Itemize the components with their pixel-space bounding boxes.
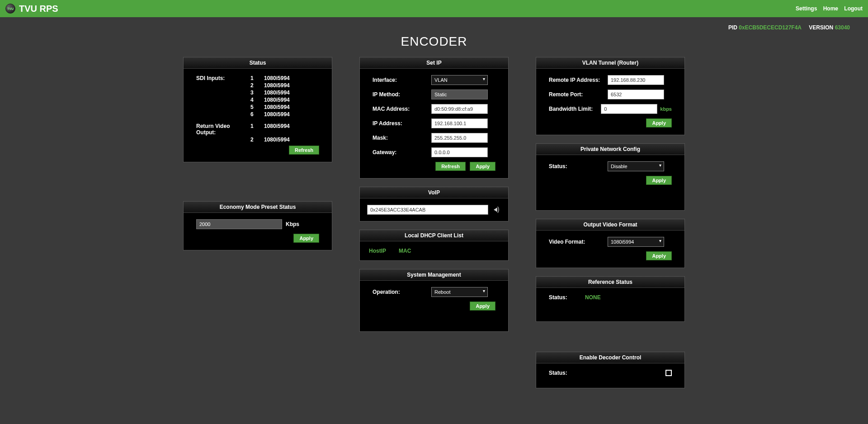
setip-apply-button[interactable]: Apply [470, 162, 495, 171]
rvo-idx-1: 1 [250, 123, 264, 136]
sysmgmt-apply-button[interactable]: Apply [470, 302, 495, 311]
pid-label: PID [728, 24, 737, 31]
nav-home[interactable]: Home [823, 5, 838, 12]
mac-label: MAC Address: [373, 106, 431, 112]
pnc-status-select[interactable]: Disable [608, 161, 664, 171]
sysmgmt-panel: System Management Operation: Reboot Appl… [359, 269, 509, 332]
economy-panel: Economy Mode Preset Status Kbps Apply [183, 201, 332, 250]
refstat-title: Reference Status [536, 277, 684, 288]
refstat-value: NONE [585, 294, 601, 301]
economy-title: Economy Mode Preset Status [184, 202, 332, 213]
bandwidth-unit: kbps [660, 106, 672, 112]
mask-label: Mask: [373, 135, 431, 141]
ovf-panel: Output Video Format Video Format: 1080i5… [536, 219, 685, 268]
sdi-fmt-2: 1080i5994 [264, 82, 309, 89]
economy-unit: Kbps [286, 221, 299, 227]
app-title: TVU RPS [19, 4, 58, 14]
remote-ip-input[interactable] [608, 75, 664, 85]
bandwidth-input[interactable] [601, 104, 657, 114]
setip-refresh-button[interactable]: Refresh [435, 162, 466, 171]
remote-ip-label: Remote IP Address: [549, 77, 608, 83]
remote-port-label: Remote Port: [549, 91, 608, 98]
logo-icon: TVU [5, 4, 15, 14]
sdi-fmt-3: 1080i5994 [264, 90, 309, 96]
pnc-title: Private Network Config [536, 144, 684, 155]
sdi-fmt-5: 1080i5994 [264, 104, 309, 110]
gateway-input[interactable] [431, 147, 488, 157]
edc-status-label: Status: [549, 370, 608, 376]
setip-panel: Set IP Interface: VLAN IP Method: MAC Ad… [359, 57, 509, 179]
sdi-idx-3: 3 [250, 90, 264, 96]
sdi-idx-6: 6 [250, 111, 264, 118]
interface-label: Interface: [373, 77, 431, 83]
status-panel: Status SDI Inputs: 1 1080i5994 21080i599… [183, 57, 332, 162]
sdi-idx-5: 5 [250, 104, 264, 110]
economy-apply-button[interactable]: Apply [293, 234, 319, 243]
bandwidth-label: Bandwidth Limit: [549, 106, 601, 112]
mac-input[interactable] [431, 104, 488, 114]
pnc-status-label: Status: [549, 163, 608, 170]
dhcp-col-hostip: HostIP [369, 248, 386, 254]
rvo-label: Return Video Output: [196, 123, 250, 136]
ip-label: IP Address: [373, 120, 431, 127]
voip-input[interactable] [367, 205, 488, 215]
sdi-idx-2: 2 [250, 82, 264, 89]
ovf-select[interactable]: 1080i5994 [608, 237, 664, 247]
operation-label: Operation: [373, 289, 431, 295]
speaker-icon[interactable] [494, 206, 501, 213]
page-title: ENCODER [0, 34, 868, 49]
ip-input[interactable] [431, 118, 488, 128]
edc-title: Enable Decoder Control [536, 352, 684, 363]
vlan-apply-button[interactable]: Apply [646, 118, 672, 127]
vlan-title: VLAN Tunnel (Router) [536, 57, 684, 69]
status-title: Status [184, 57, 332, 69]
meta-bar: PID 0xECB5DECECD127F4A VERSION 63040 [0, 17, 868, 33]
sdi-fmt-6: 1080i5994 [264, 111, 309, 118]
edc-checkbox[interactable] [665, 370, 672, 376]
dhcp-col-mac: MAC [399, 248, 411, 254]
vlan-panel: VLAN Tunnel (Router) Remote IP Address: … [536, 57, 685, 135]
ipmethod-label: IP Method: [373, 91, 431, 98]
refstat-label: Status: [549, 294, 585, 301]
dhcp-title: Local DHCP Client List [360, 230, 508, 241]
economy-input[interactable] [196, 219, 282, 229]
sdi-fmt-1: 1080i5994 [264, 75, 309, 81]
sdi-idx-4: 4 [250, 97, 264, 103]
mask-input[interactable] [431, 133, 488, 143]
pid-value: 0xECB5DECECD127F4A [739, 24, 801, 31]
edc-panel: Enable Decoder Control Status: [536, 352, 685, 388]
nav-settings[interactable]: Settings [796, 5, 817, 12]
pnc-panel: Private Network Config Status: Disable A… [536, 143, 685, 211]
pnc-apply-button[interactable]: Apply [646, 176, 672, 185]
rvo-idx-2: 2 [250, 137, 264, 143]
version-label: VERSION [809, 24, 833, 31]
setip-title: Set IP [360, 57, 508, 69]
gateway-label: Gateway: [373, 149, 431, 155]
status-refresh-button[interactable]: Refresh [289, 146, 319, 155]
sysmgmt-title: System Management [360, 269, 508, 281]
sdi-idx-1: 1 [250, 75, 264, 81]
ipmethod-input[interactable] [431, 90, 488, 99]
sdi-fmt-4: 1080i5994 [264, 97, 309, 103]
nav-logout[interactable]: Logout [844, 5, 863, 12]
voip-panel: VoIP [359, 187, 509, 221]
remote-port-input[interactable] [608, 90, 664, 99]
rvo-fmt-1: 1080i5994 [264, 123, 309, 136]
operation-select[interactable]: Reboot [431, 287, 488, 297]
ovf-title: Output Video Format [536, 219, 684, 231]
ovf-apply-button[interactable]: Apply [646, 251, 672, 260]
voip-title: VoIP [360, 187, 508, 198]
rvo-fmt-2: 1080i5994 [264, 137, 309, 143]
interface-select[interactable]: VLAN [431, 75, 488, 85]
sdi-inputs-label: SDI Inputs: [196, 75, 250, 81]
refstat-panel: Reference Status Status: NONE [536, 276, 685, 322]
ovf-label: Video Format: [549, 239, 608, 245]
version-value: 63040 [835, 24, 850, 31]
top-bar: TVU TVU RPS Settings Home Logout [0, 0, 868, 17]
dhcp-panel: Local DHCP Client List HostIP MAC [359, 230, 509, 261]
